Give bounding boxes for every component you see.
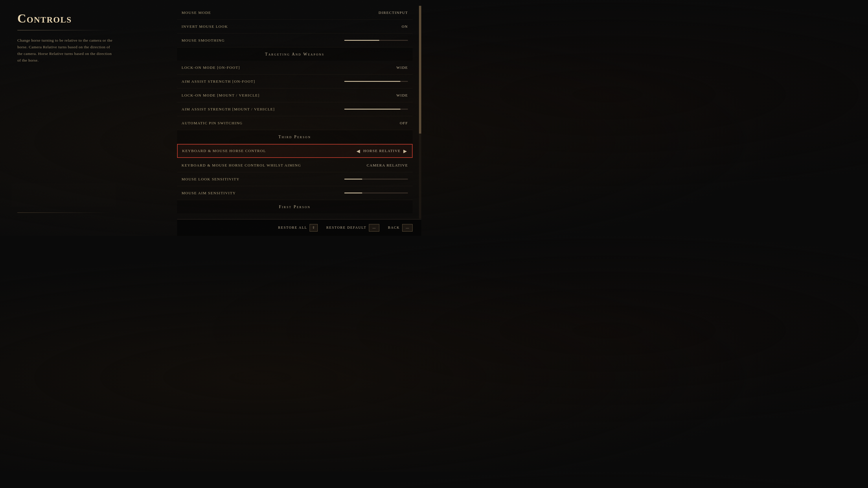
setting-label-mouse-aim-sens: Mouse Aim Sensitivity [182,191,236,195]
bottom-divider [18,213,110,213]
setting-label-auto-pin: Automatic Pin Switching [182,121,243,126]
setting-value-kb-horse-aiming: Camera Relative [367,163,408,168]
left-panel: Controls Change horse turning to be rela… [0,0,177,236]
section-header-third-person: Third Person [177,130,412,143]
page-title: Controls [18,11,163,26]
settings-container[interactable]: Mouse Mode DirectInput Invert Mouse Look… [177,6,421,219]
setting-mouse-mode[interactable]: Mouse Mode DirectInput [177,6,412,20]
slider-fill [344,178,362,180]
slider-fill [344,109,400,109]
back-key-symbol: — [406,226,409,230]
setting-value-lockon-onfoot: Wide [396,65,408,70]
restore-default-key: — [369,224,379,232]
setting-label-kb-horse-aiming: Keyboard & Mouse Horse Control Whilst Ai… [182,163,301,168]
restore-default-key-symbol: — [372,226,376,230]
section-header-text-third-person: Third Person [278,135,311,139]
restore-default-label: Restore Default [327,226,367,230]
slider-fill [344,81,400,82]
setting-value-auto-pin: Off [400,121,408,126]
setting-kb-horse-control[interactable]: Keyboard & Mouse Horse Control ◀ Horse R… [177,144,412,158]
arrow-right-icon[interactable]: ▶ [403,148,407,154]
back-action[interactable]: Back — [388,224,412,232]
setting-label-lockon-mount: Lock-On Mode [Mount / Vehicle] [182,93,260,98]
slider-track [344,178,408,180]
setting-value-kb-horse: Horse Relative [363,149,401,153]
setting-value-invert-mouse-look: On [402,24,408,29]
section-header-targeting: Targeting and Weapons [177,47,412,61]
description-text: Change horse turning to be relative to t… [18,37,116,64]
slider-track [344,81,408,82]
restore-all-label: Restore All [278,226,307,230]
restore-all-action[interactable]: Restore All ⇧ [278,224,318,232]
setting-label-mouse-mode: Mouse Mode [182,10,211,15]
page: Controls Change horse turning to be rela… [0,0,421,236]
slider-aim-assist-mount[interactable] [344,109,408,109]
setting-auto-pin[interactable]: Automatic Pin Switching Off [177,116,412,130]
setting-mouse-look-sens[interactable]: Mouse Look Sensitivity [177,172,412,186]
setting-aim-assist-mount[interactable]: Aim Assist Strength [Mount / Vehicle] [177,102,412,116]
setting-label-lockon-onfoot: Lock-On Mode [On-Foot] [182,65,240,70]
setting-value-mouse-mode: DirectInput [378,10,408,15]
setting-label-mouse-smoothing: Mouse Smoothing [182,38,225,43]
slider-track [344,109,408,109]
setting-label-invert-mouse-look: Invert Mouse Look [182,24,228,29]
back-label: Back [388,226,400,230]
slider-mouse-aim-sens[interactable] [344,193,408,193]
arrow-left-icon[interactable]: ◀ [356,148,361,154]
setting-label-mouse-look-sens: Mouse Look Sensitivity [182,177,240,182]
section-header-first-person: First Person [177,200,412,214]
title-divider [18,30,110,30]
setting-lockon-onfoot[interactable]: Lock-On Mode [On-Foot] Wide [177,61,412,74]
slider-fill [344,40,379,41]
setting-label-aim-assist-onfoot: Aim Assist Strength [On-Foot] [182,79,255,84]
slider-mouse-smoothing[interactable] [344,40,408,41]
slider-mouse-look-sens[interactable] [344,178,408,180]
restore-all-key-symbol: ⇧ [312,226,315,230]
section-header-text-first-person: First Person [279,205,311,209]
setting-invert-mouse-look[interactable]: Invert Mouse Look On [177,20,412,34]
setting-mouse-smoothing[interactable]: Mouse Smoothing [177,34,412,47]
setting-value-arrows-kb-horse[interactable]: ◀ Horse Relative ▶ [356,148,407,154]
slider-fill [344,193,362,193]
setting-mouse-aim-sens[interactable]: Mouse Aim Sensitivity [177,186,412,200]
setting-value-lockon-mount: Wide [396,93,408,98]
scrollbar-thumb[interactable] [419,6,421,134]
bottom-bar: Restore All ⇧ Restore Default — Back — [177,219,421,236]
setting-lockon-mount[interactable]: Lock-On Mode [Mount / Vehicle] Wide [177,89,412,102]
restore-default-action[interactable]: Restore Default — [327,224,379,232]
scrollbar-track[interactable] [419,6,421,219]
slider-track [344,40,408,41]
right-panel: Mouse Mode DirectInput Invert Mouse Look… [177,0,421,236]
slider-track [344,193,408,193]
settings-list: Mouse Mode DirectInput Invert Mouse Look… [177,6,421,219]
texture-decoration [11,184,116,207]
restore-all-key: ⇧ [310,224,318,232]
back-key: — [402,224,412,232]
setting-kb-horse-aiming[interactable]: Keyboard & Mouse Horse Control Whilst Ai… [177,158,412,172]
setting-label-kb-horse-control: Keyboard & Mouse Horse Control [182,149,266,153]
section-header-text-targeting: Targeting and Weapons [265,52,324,56]
setting-aim-assist-onfoot[interactable]: Aim Assist Strength [On-Foot] [177,74,412,89]
setting-label-aim-assist-mount: Aim Assist Strength [Mount / Vehicle] [182,107,275,111]
slider-aim-assist-onfoot[interactable] [344,81,408,82]
